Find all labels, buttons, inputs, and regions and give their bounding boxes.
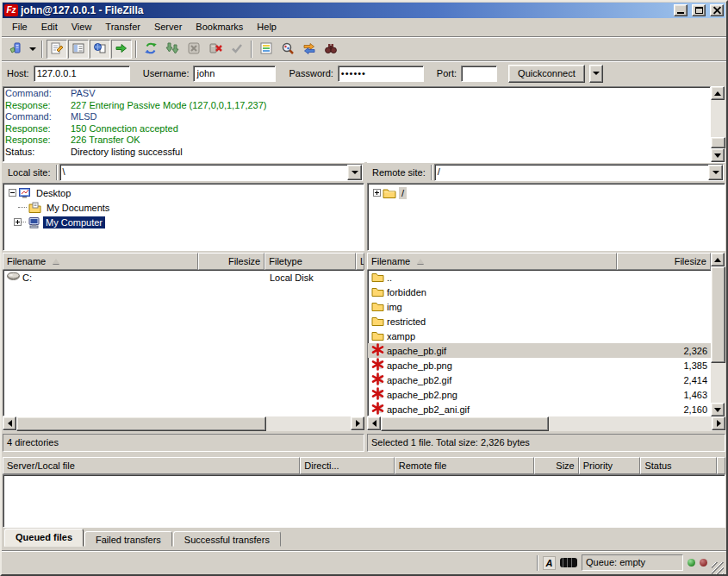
username-input[interactable] [193,66,276,82]
password-input[interactable] [338,66,424,82]
column-header-filesize[interactable]: Filesize [617,253,711,270]
find-files-button[interactable] [320,40,341,59]
scroll-right-button[interactable] [351,416,364,430]
scroll-up-button[interactable] [711,253,725,266]
menu-view[interactable]: View [65,20,99,34]
log-scrollbar[interactable] [711,86,725,162]
port-input[interactable] [461,66,497,82]
column-header-size[interactable]: Size [534,457,579,474]
menu-file[interactable]: File [5,20,34,34]
local-hscrollbar[interactable] [3,416,364,431]
maximize-button[interactable] [692,4,706,16]
folder-icon [371,301,384,313]
scroll-right-button[interactable] [712,416,725,430]
file-row-c-drive[interactable]: C: Local Disk [3,270,364,285]
reconnect-button[interactable] [227,40,247,59]
toggle-local-tree-button[interactable] [68,40,89,59]
scroll-thumb[interactable] [381,416,549,431]
speed-limits-icon[interactable] [560,558,577,567]
local-site-combo[interactable]: \ [59,164,363,181]
menu-edit[interactable]: Edit [34,20,65,34]
file-row[interactable]: forbidden [368,285,711,299]
scroll-left-button[interactable] [367,416,381,430]
synchronized-browsing-button[interactable] [299,40,320,59]
scroll-thumb[interactable] [16,416,266,431]
file-row[interactable]: apache_pb.png 1,385 [368,358,711,373]
close-button[interactable] [710,4,724,16]
cancel-button[interactable] [184,40,204,59]
column-header-server-local-file[interactable]: Server/Local file [3,457,300,474]
process-queue-button[interactable] [162,40,183,59]
remote-site-value: / [435,165,708,180]
tree-item-my-computer[interactable]: My Computer [3,215,364,229]
column-header-filetype[interactable]: Filetype [264,253,356,270]
column-header-filename[interactable]: Filename [367,253,617,270]
toggle-remote-tree-button[interactable] [90,40,110,59]
local-site-dropdown[interactable] [347,165,362,180]
remote-file-list[interactable]: .. forbidden img restricted [367,270,711,416]
local-file-list[interactable]: C: Local Disk [3,270,364,416]
remote-tree[interactable]: / [367,183,725,251]
file-row[interactable]: img [368,299,711,314]
scroll-up-button[interactable] [711,86,725,100]
title-bar[interactable]: Fz john@127.0.0.1 - FileZilla [3,3,725,18]
arrow-right-icon [356,420,360,427]
file-row[interactable]: xampp [368,329,711,343]
file-row-selected[interactable]: apache_pb.gif 2,326 [368,343,711,358]
column-header-filename[interactable]: Filename [3,253,198,270]
file-row[interactable]: apache_pb2.gif 2,414 [368,373,711,387]
toggle-log-view-button[interactable] [47,40,67,59]
compare-directories-button[interactable] [277,40,298,59]
scroll-thumb[interactable] [711,266,725,363]
directory-filters-button[interactable] [256,40,277,59]
file-row[interactable]: restricted [368,314,711,329]
tree-item-root[interactable]: / [368,185,725,200]
menu-bookmarks[interactable]: Bookmarks [189,20,250,34]
column-header-priority[interactable]: Priority [579,457,641,474]
resize-grip[interactable] [712,562,724,574]
expand-icon[interactable] [14,218,22,226]
remote-site-dropdown[interactable] [708,165,723,180]
scroll-left-button[interactable] [3,416,16,430]
transfer-queue-list[interactable] [3,474,725,528]
tab-queued-files[interactable]: Queued files [4,529,84,547]
scroll-down-button[interactable] [711,403,725,416]
menu-transfer[interactable]: Transfer [98,20,147,34]
site-manager-button[interactable] [5,40,26,59]
tab-failed-transfers[interactable]: Failed transfers [84,531,172,547]
minimize-icon [677,12,684,14]
column-header-lastmodified[interactable]: L [356,253,364,270]
remote-hscrollbar[interactable] [367,416,725,431]
scroll-thumb[interactable] [711,137,725,148]
minimize-button[interactable] [674,4,688,16]
host-input[interactable] [34,66,130,82]
column-header-remote-file[interactable]: Remote file [395,457,534,474]
message-log[interactable]: Command:PASV Response:227 Entering Passi… [3,86,711,162]
file-row[interactable]: apache_pb2.png 1,463 [368,387,711,402]
data-type-ascii-icon[interactable]: A [543,556,556,570]
menu-help[interactable]: Help [250,20,283,34]
column-header-direction[interactable]: Directi... [300,457,394,474]
tab-successful-transfers[interactable]: Successful transfers [173,531,281,547]
expand-icon[interactable] [373,189,381,197]
column-header-filesize[interactable]: Filesize [198,253,264,270]
disconnect-button[interactable] [205,40,226,59]
tree-item-desktop[interactable]: Desktop [3,185,364,200]
quickconnect-dropdown[interactable] [589,65,603,83]
menu-server[interactable]: Server [147,20,189,34]
refresh-button[interactable] [140,40,161,59]
local-tree[interactable]: Desktop My Documents My Computer [3,183,364,251]
tree-item-my-documents[interactable]: My Documents [3,200,364,215]
arrow-left-icon [372,420,376,427]
remote-site-combo[interactable]: / [434,164,724,181]
toggle-queue-view-button[interactable] [111,40,132,59]
collapse-icon[interactable] [9,189,16,197]
file-row[interactable]: .. [368,270,711,285]
column-header-status[interactable]: Status [640,457,717,474]
remote-vscrollbar[interactable] [711,253,725,416]
file-name: apache_pb.png [387,360,452,371]
file-row[interactable]: apache_pb2_ani.gif 2,160 [368,402,711,416]
scroll-down-button[interactable] [711,148,725,162]
quickconnect-button[interactable]: Quickconnect [508,65,585,83]
site-manager-dropdown[interactable] [27,40,38,59]
